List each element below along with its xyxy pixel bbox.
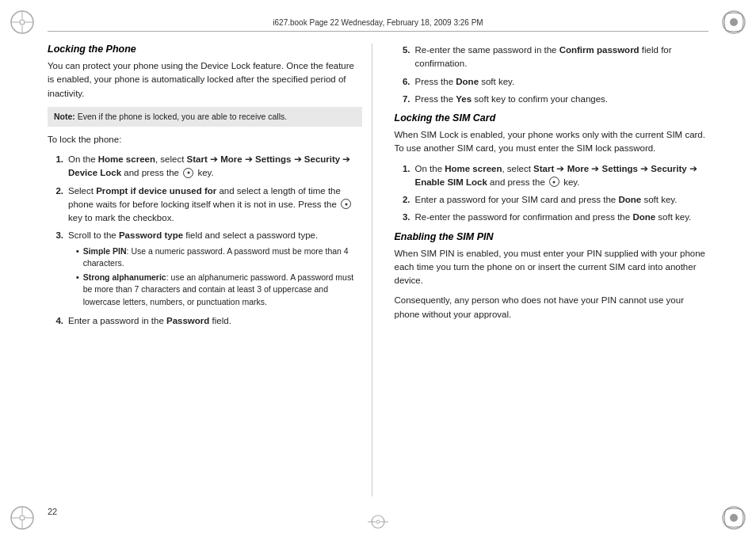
key-icon-3	[549, 177, 559, 187]
svg-point-9	[20, 515, 25, 520]
left-step-4: 4. Enter a password in the Password fiel…	[52, 314, 362, 328]
sim-lock-steps-list: 1. On the Home screen, select Start ➔ Mo…	[399, 162, 709, 225]
sim-lock-title: Locking the SIM Card	[395, 112, 709, 124]
key-icon-2	[341, 199, 351, 209]
sim-pin-intro2: Consequently, any person who does not ha…	[395, 294, 709, 321]
header-text: i627.book Page 22 Wednesday, February 18…	[273, 18, 483, 27]
locking-phone-intro: You can protect your phone using the Dev…	[48, 59, 362, 101]
bottom-center-mark	[366, 514, 390, 532]
right-steps-list-top: 5. Re-enter the same password in the Con…	[399, 44, 709, 106]
key-icon-1	[183, 168, 193, 178]
bullet-strong-alpha: Strong alphanumeric: use an alphanumeric…	[76, 272, 362, 308]
page-number: 22	[48, 507, 57, 516]
right-step-5: 5. Re-enter the same password in the Con…	[399, 44, 709, 71]
page-container: i627.book Page 22 Wednesday, February 18…	[0, 0, 756, 540]
locking-phone-title: Locking the Phone	[48, 44, 362, 55]
svg-point-17	[376, 520, 380, 523]
corner-tl	[8, 8, 36, 36]
note-box: Note: Even if the phone is locked, you a…	[48, 107, 362, 127]
sim-lock-intro: When SIM Lock is enabled, your phone wor…	[395, 128, 709, 156]
sim-lock-step-2: 2. Enter a password for your SIM card an…	[399, 193, 709, 207]
note-text: Even if the phone is locked, you are abl…	[75, 112, 287, 121]
right-column: 5. Re-enter the same password in the Con…	[391, 44, 709, 496]
svg-point-15	[730, 514, 738, 522]
right-step-7: 7. Press the Yes soft key to confirm you…	[399, 93, 709, 106]
left-column: Locking the Phone You can protect your p…	[48, 44, 372, 496]
svg-point-1	[20, 20, 25, 25]
to-lock-label: To lock the phone:	[48, 133, 362, 146]
bullet-simple-pin: Simple PIN: Use a numeric password. A pa…	[76, 245, 362, 269]
sim-pin-title: Enabling the SIM PIN	[395, 231, 709, 242]
right-step-6: 6. Press the Done soft key.	[399, 75, 709, 89]
header-bar: i627.book Page 22 Wednesday, February 18…	[48, 14, 708, 32]
note-label: Note:	[54, 112, 75, 121]
sim-lock-step-3: 3. Re-enter the password for confirmatio…	[399, 211, 709, 224]
svg-point-7	[730, 18, 738, 26]
corner-br	[720, 504, 748, 532]
sim-pin-intro1: When SIM PIN is enabled, you must enter …	[395, 247, 709, 288]
left-step-3: 3. Scroll to the Password type field and…	[52, 229, 362, 310]
password-type-bullets: Simple PIN: Use a numeric password. A pa…	[76, 245, 362, 308]
sim-lock-step-1: 1. On the Home screen, select Start ➔ Mo…	[399, 162, 709, 190]
left-steps-list: 1. On the Home screen, select Start ➔ Mo…	[52, 153, 362, 328]
corner-tr	[720, 8, 748, 36]
left-step-1: 1. On the Home screen, select Start ➔ Mo…	[52, 153, 362, 181]
content-area: Locking the Phone You can protect your p…	[48, 44, 708, 496]
corner-bl	[8, 504, 36, 532]
left-step-2: 2. Select Prompt if device unused for an…	[52, 184, 362, 226]
